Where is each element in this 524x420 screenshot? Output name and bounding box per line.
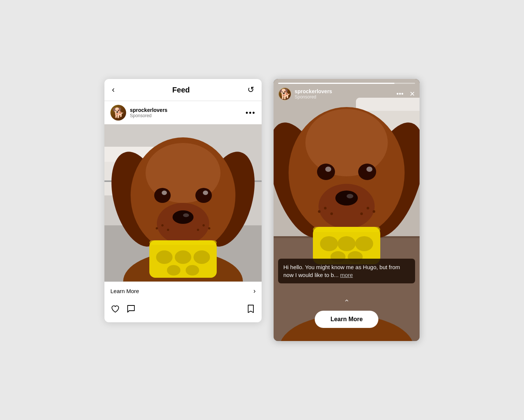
svg-point-44	[366, 167, 372, 172]
svg-point-16	[173, 210, 194, 224]
post-text-info: sprockerlovers Sponsored	[130, 107, 167, 118]
svg-point-48	[324, 207, 327, 210]
svg-point-42	[325, 167, 331, 172]
like-button[interactable]	[110, 304, 120, 316]
main-container: ‹ Feed ↺ sprockerlovers Sponsored •••	[89, 64, 435, 356]
feed-post-header: sprockerlovers Sponsored •••	[104, 101, 262, 124]
feed-phone: ‹ Feed ↺ sprockerlovers Sponsored •••	[104, 79, 262, 322]
svg-point-28	[167, 265, 180, 276]
svg-point-43	[358, 164, 376, 180]
post-username: sprockerlovers	[130, 107, 167, 113]
feed-title: Feed	[172, 86, 190, 94]
avatar	[110, 105, 126, 121]
story-avatar	[278, 87, 292, 101]
svg-point-41	[317, 164, 335, 180]
story-phone: sprockerlovers Sponsored ••• ✕	[274, 79, 420, 341]
story-more-button[interactable]: •••	[396, 90, 403, 98]
story-header: sprockerlovers Sponsored ••• ✕	[274, 79, 420, 104]
story-sponsored: Sponsored	[295, 94, 332, 100]
svg-point-19	[156, 227, 158, 229]
svg-point-13	[195, 188, 212, 203]
story-learn-more-area: Learn More	[315, 311, 378, 328]
comment-button[interactable]	[126, 304, 136, 316]
comment-icon	[126, 304, 136, 314]
svg-point-29	[186, 265, 199, 276]
svg-point-11	[154, 188, 171, 203]
story-username: sprockerlovers	[295, 88, 332, 94]
post-more-button[interactable]: •••	[246, 109, 256, 117]
post-user-info: sprockerlovers Sponsored	[110, 105, 167, 121]
feed-header: ‹ Feed ↺	[104, 79, 262, 101]
story-caption-more-link[interactable]: more	[340, 272, 353, 278]
story-learn-more-button[interactable]: Learn More	[315, 311, 378, 328]
heart-icon	[110, 304, 120, 314]
svg-point-46	[335, 191, 358, 206]
svg-rect-30	[149, 240, 217, 245]
svg-point-14	[203, 191, 208, 195]
svg-point-27	[194, 250, 210, 264]
svg-point-49	[318, 210, 321, 213]
svg-point-22	[208, 227, 210, 229]
svg-point-25	[156, 250, 173, 264]
story-close-button[interactable]: ✕	[409, 90, 415, 98]
svg-point-50	[330, 213, 333, 215]
back-button[interactable]: ‹	[112, 85, 115, 95]
story-actions: ••• ✕	[396, 90, 415, 98]
svg-point-20	[167, 229, 169, 231]
refresh-button[interactable]: ↺	[247, 85, 254, 95]
swipe-up-icon: ⌃	[344, 298, 350, 307]
svg-point-18	[161, 224, 164, 226]
svg-point-21	[202, 224, 205, 226]
svg-point-51	[367, 207, 369, 210]
story-user-info: sprockerlovers Sponsored	[278, 87, 332, 101]
story-text-info: sprockerlovers Sponsored	[295, 88, 332, 100]
svg-point-23	[197, 229, 199, 231]
svg-rect-60	[313, 227, 380, 232]
svg-point-53	[360, 213, 363, 215]
svg-point-57	[355, 236, 373, 251]
svg-point-52	[373, 210, 375, 213]
learn-more-arrow-icon: ›	[253, 287, 256, 295]
learn-more-label: Learn More	[110, 288, 139, 294]
bookmark-button[interactable]	[246, 304, 256, 316]
feed-image	[104, 124, 262, 281]
story-caption-text: Hi hello. You might know me as Hugo, but…	[283, 264, 400, 278]
bookmark-icon	[246, 304, 256, 314]
svg-point-56	[338, 236, 356, 251]
svg-point-47	[347, 194, 353, 198]
story-caption: Hi hello. You might know me as Hugo, but…	[278, 259, 415, 283]
feed-dog-illustration	[104, 124, 262, 281]
svg-point-26	[175, 250, 191, 264]
svg-point-55	[320, 236, 338, 251]
svg-point-12	[162, 191, 167, 195]
post-sponsored: Sponsored	[130, 113, 167, 118]
feed-actions-bar	[104, 300, 262, 322]
feed-learn-more-bar[interactable]: Learn More ›	[104, 281, 262, 300]
svg-point-40	[305, 109, 388, 176]
story-image: Hi hello. You might know me as Hugo, but…	[274, 79, 420, 341]
feed-actions-left	[110, 304, 136, 316]
svg-point-17	[183, 213, 189, 217]
